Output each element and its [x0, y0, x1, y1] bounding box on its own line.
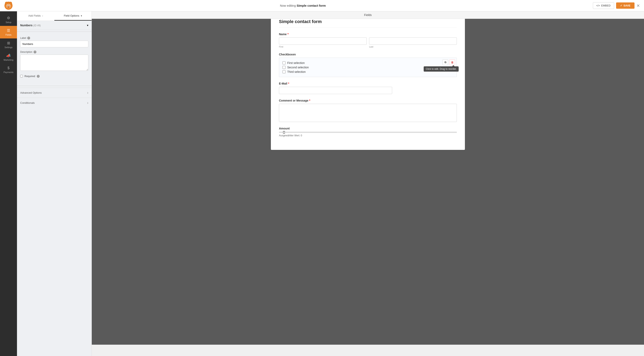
field-options-panel: Add Fields › Field Options ▾ Numbers (ID… [17, 11, 92, 345]
checkbox-circle-3 [282, 70, 286, 73]
advanced-options-section[interactable]: Advanced Options [17, 88, 92, 98]
save-button[interactable]: ✓ SAVE [616, 3, 634, 9]
tab-field-options[interactable]: Field Options ▾ [54, 11, 92, 21]
comment-textarea[interactable] [279, 104, 457, 122]
form-title: Simple contact form [279, 19, 457, 28]
form-name-label: Simple contact form [296, 4, 326, 7]
form-canvas: Simple contact form Name * First Last [271, 13, 465, 150]
required-star-email: * [288, 82, 289, 85]
svg-rect-9 [7, 8, 10, 8]
sidebar-item-setup[interactable]: ⚙ Setup [0, 13, 17, 26]
conditionals-chevron-icon [87, 101, 88, 105]
panel-content: Label ? Description ? Required ? [17, 33, 92, 84]
description-field-label: Description ? [20, 51, 88, 53]
copy-button[interactable]: ⧉ [442, 60, 448, 65]
payments-icon: $ [8, 66, 10, 70]
field-label-name: Name * [279, 33, 457, 36]
field-label-email: E-Mail * [279, 82, 457, 85]
sidebar-item-label: Fields [6, 34, 11, 36]
top-bar: Now editing Simple contact form </> EMBE… [0, 0, 644, 11]
required-checkbox[interactable] [20, 75, 23, 78]
field-label-amount: Amount [279, 127, 457, 130]
embed-button[interactable]: </> EMBED [593, 2, 614, 9]
chevron-down-icon: ▾ [81, 15, 82, 17]
advanced-options-chevron-icon [87, 91, 88, 95]
setup-icon: ⚙ [7, 16, 10, 20]
description-help-icon[interactable]: ? [34, 51, 36, 53]
sidebar-item-settings[interactable]: ⊞ Settings [0, 39, 17, 51]
required-group: Required ? [20, 75, 88, 78]
advanced-options-header[interactable]: Advanced Options [17, 88, 92, 98]
label-input[interactable] [20, 41, 88, 47]
sidebar-item-marketing[interactable]: 📣 Marketing [0, 51, 17, 64]
tab-add-fields[interactable]: Add Fields › [17, 11, 54, 21]
description-textarea[interactable] [20, 55, 88, 71]
editing-label: Now editing Simple contact form [280, 4, 326, 7]
checkbox-item-1: First selection [282, 61, 454, 65]
label-field-label: Label ? [20, 37, 88, 40]
panel-tabs: Add Fields › Field Options ▾ [17, 11, 92, 21]
field-label-comment: Comment or Message * [279, 99, 457, 102]
name-row: First Last [279, 38, 457, 48]
checkboxen-actions: ⧉ 🗑 [442, 60, 455, 65]
marketing-icon: 📣 [6, 53, 11, 58]
embed-code-icon: </> [596, 4, 600, 7]
field-section-title: Numbers (ID #9) [20, 24, 41, 27]
sidebar-item-payments[interactable]: $ Payments [0, 64, 17, 76]
checkmark-icon: ✓ [620, 4, 622, 7]
label-help-icon[interactable]: ? [27, 37, 30, 40]
collapse-icon: ▾ [87, 24, 88, 27]
canvas-field-name: Name * First Last [279, 33, 457, 48]
sidebar-item-label: Marketing [4, 59, 13, 61]
first-name-input[interactable] [279, 38, 367, 45]
field-label-checkboxen: Checkboxen [279, 53, 457, 56]
canvas-field-checkboxen[interactable]: Checkboxen ⧉ 🗑 First selection Second se… [279, 53, 457, 77]
edit-tooltip: Click to edit. Drag to reorder. [424, 66, 459, 72]
canvas-field-email: E-Mail * [279, 82, 457, 94]
sidebar-item-label: Payments [4, 71, 14, 73]
field-id-label: (ID #9) [33, 24, 41, 27]
required-star-name: * [288, 33, 288, 36]
svg-point-7 [9, 5, 10, 6]
description-group: Description ? [20, 51, 88, 71]
field-section-header[interactable]: Numbers (ID #9) ▾ [17, 21, 92, 30]
email-input[interactable] [279, 87, 392, 94]
required-star-comment: * [309, 99, 310, 102]
first-sub-label: First [279, 46, 367, 48]
slider-value-label: Ausgewählter Wert: 0 [279, 134, 457, 137]
checkbox-circle-2 [282, 66, 286, 69]
name-first-col: First [279, 38, 367, 48]
checkbox-circle-1 [282, 61, 286, 65]
conditionals-section[interactable]: Conditionals [17, 98, 92, 108]
chevron-right-small-icon: › [42, 15, 43, 17]
settings-icon: ⊞ [7, 41, 10, 45]
top-bar-actions: </> EMBED ✓ SAVE ✕ [593, 2, 640, 9]
close-button[interactable]: ✕ [636, 3, 640, 8]
sidebar-item-label: Settings [4, 46, 12, 49]
slider-container: Ausgewählter Wert: 0 [279, 132, 457, 137]
fields-icon: ☰ [7, 28, 10, 33]
label-group: Label ? [20, 37, 88, 47]
conditionals-header[interactable]: Conditionals [17, 98, 92, 108]
checkboxen-container[interactable]: ⧉ 🗑 First selection Second selection Thi… [279, 58, 457, 77]
name-last-col: Last [369, 38, 457, 48]
fields-bar: Fields [92, 11, 644, 19]
required-help-icon[interactable]: ? [37, 75, 40, 78]
svg-point-6 [7, 5, 8, 6]
sidebar: ⚙ Setup ☰ Fields ⊞ Settings 📣 Marketing … [0, 11, 17, 345]
sidebar-item-label: Setup [6, 21, 12, 24]
bear-logo-icon [4, 1, 13, 10]
slider-track [279, 132, 457, 133]
delete-button[interactable]: 🗑 [449, 60, 455, 65]
sidebar-item-fields[interactable]: ☰ Fields [0, 26, 17, 39]
last-name-input[interactable] [369, 38, 457, 45]
canvas-field-amount: Amount Ausgewählter Wert: 0 [279, 127, 457, 137]
logo [4, 1, 13, 10]
canvas-field-comment: Comment or Message * [279, 99, 457, 122]
last-sub-label: Last [369, 46, 457, 48]
main-content: Simple contact form Name * First Last [92, 0, 644, 345]
